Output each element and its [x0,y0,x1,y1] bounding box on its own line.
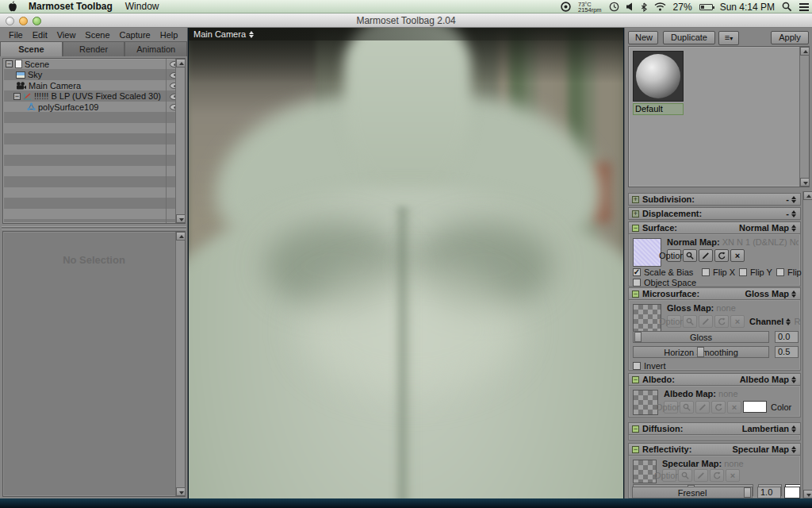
search-icon[interactable] [683,249,697,262]
scroll-down-icon[interactable] [176,214,186,223]
material-thumbnail[interactable] [633,51,684,102]
specular-map-thumbnail[interactable] [633,460,657,483]
tree-scrollbar[interactable] [175,59,185,223]
scroll-up-icon[interactable] [176,232,186,241]
edit-pencil-icon[interactable] [699,249,713,262]
checkbox-object-space[interactable]: Object Space [633,278,696,287]
menubar-app-name[interactable]: Marmoset Toolbag [29,1,113,12]
clear-map-icon[interactable]: × [730,249,745,262]
gloss-slider[interactable]: Gloss [633,331,769,343]
properties-scrollbar[interactable] [802,191,812,498]
albedo-map-thumbnail[interactable] [633,390,658,415]
new-material-button[interactable]: New [628,31,658,44]
window-minimize-button[interactable] [19,17,28,25]
options-button[interactable]: Options [662,469,676,482]
menu-view[interactable]: View [52,30,81,40]
edit-pencil-icon[interactable] [699,315,713,328]
horizon-smoothing-value-field[interactable]: 0.5 [775,346,799,358]
tree-item-blp-mesh-group[interactable]: − !!!!!! B LP (UVS Fixed Scaled 30) [3,91,165,102]
battery-icon[interactable] [699,4,713,10]
gloss-map-thumbnail[interactable] [633,304,661,333]
apply-button[interactable]: Apply [771,31,809,44]
reload-icon[interactable] [711,401,726,414]
fresnel-slider[interactable]: Fresnel [632,487,753,498]
edit-pencil-icon[interactable] [695,401,710,414]
clear-map-icon[interactable]: × [726,469,740,482]
menu-edit[interactable]: Edit [28,30,52,40]
istat-icon[interactable] [561,2,571,12]
reload-icon[interactable] [714,249,729,262]
wifi-icon[interactable] [654,2,666,11]
edit-pencil-icon[interactable] [694,469,708,482]
albedo-mode-select[interactable]: Albedo Map [740,375,789,384]
expand-icon[interactable]: + [632,196,639,203]
bluetooth-icon[interactable] [641,2,647,12]
scroll-up-icon[interactable] [803,191,812,200]
tab-render[interactable]: Render [63,41,125,56]
reflectivity-mode-select[interactable]: Specular Map [732,444,789,454]
tab-scene[interactable]: Scene [0,41,63,56]
panel-splitter[interactable] [2,226,186,229]
selection-scrollbar[interactable] [175,232,185,496]
material-name-label[interactable]: Default [633,103,684,115]
slider-handle[interactable] [697,347,704,357]
checkbox-flip-y[interactable]: Flip Y [739,267,772,277]
slider-handle[interactable] [744,487,751,498]
material-menu-button[interactable]: ≡▾ [718,31,739,45]
section-microsurface[interactable]: − Microsurface: Gloss Map [628,287,801,300]
collapse-icon[interactable]: − [632,225,639,232]
menu-help[interactable]: Help [155,30,183,40]
scroll-down-icon[interactable] [800,178,810,187]
options-button[interactable]: Options [667,249,681,262]
options-button[interactable]: Options [664,401,678,414]
library-scrollbar[interactable] [799,47,809,187]
horizon-smoothing-slider[interactable]: Horizon Smoothing [633,346,769,358]
collapse-icon[interactable]: − [632,446,639,453]
tree-item-sky[interactable]: Sky [3,70,165,81]
options-button[interactable]: Options [667,315,681,328]
expand-icon[interactable]: + [632,210,639,217]
time-machine-icon[interactable] [609,2,619,12]
clear-map-icon[interactable]: × [727,401,741,414]
menu-capture[interactable]: Capture [115,30,155,40]
subdivision-mode-select[interactable]: - [786,194,789,204]
collapse-icon[interactable]: − [632,291,639,298]
section-diffusion[interactable]: − Diffusion: Lambertian [628,422,801,435]
scroll-down-icon[interactable] [176,487,186,496]
surface-mode-select[interactable]: Normal Map [739,223,789,233]
notification-center-icon[interactable] [799,3,809,11]
scroll-down-icon[interactable] [803,490,812,498]
collapse-toggle-icon[interactable]: − [13,93,21,100]
fresnel-color-swatch[interactable] [784,487,800,498]
tree-item-scene[interactable]: − Scene [3,59,165,70]
apple-menu-icon[interactable] [8,1,17,12]
slider-handle[interactable] [634,332,642,342]
collapse-icon[interactable]: − [632,376,639,383]
menu-scene[interactable]: Scene [80,30,114,40]
section-displacement[interactable]: + Displacement: - [628,207,801,220]
collapse-toggle-icon[interactable]: − [6,60,13,67]
search-icon[interactable] [680,401,694,414]
window-zoom-button[interactable] [33,17,41,25]
reload-icon[interactable] [714,315,729,328]
spotlight-icon[interactable] [782,2,792,12]
gloss-value-field[interactable]: 0.0 [775,331,799,343]
volume-icon[interactable] [626,2,634,11]
normal-map-thumbnail[interactable] [633,238,661,267]
viewport-3d[interactable]: Main Camera [189,28,623,498]
menubar-clock[interactable]: Sun 4:14 PM [720,2,775,13]
tree-item-polysurface109[interactable]: polySurface109 [3,102,165,113]
menubar-item-window[interactable]: Window [125,1,159,12]
section-albedo[interactable]: − Albedo: Albedo Map [628,373,801,386]
menu-file[interactable]: File [4,30,28,40]
duplicate-material-button[interactable]: Duplicate [663,31,715,44]
search-icon[interactable] [678,469,692,482]
checkbox-invert[interactable]: Invert [633,361,666,371]
microsurface-mode-select[interactable]: Gloss Map [745,289,789,298]
fresnel-value-field[interactable]: 1.0 [757,487,781,498]
tab-animation[interactable]: Animation [124,41,187,56]
scroll-up-icon[interactable] [176,59,186,67]
section-reflectivity[interactable]: − Reflectivity: Specular Map [628,443,801,456]
scroll-up-icon[interactable] [800,47,810,56]
tree-item-main-camera[interactable]: Main Camera [3,80,165,91]
